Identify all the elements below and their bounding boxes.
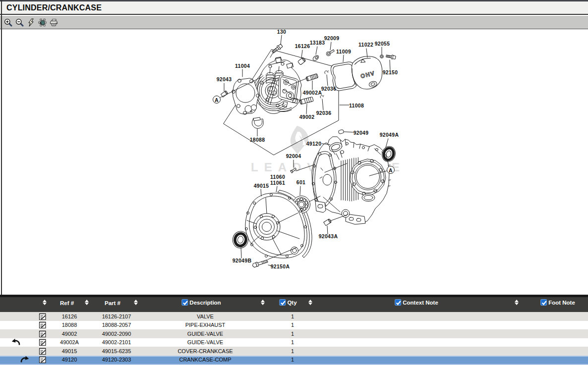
- part-label-11009[interactable]: 11009: [336, 49, 351, 54]
- column-checkbox[interactable]: [540, 299, 547, 306]
- part-label-11060[interactable]: 11060: [270, 174, 285, 180]
- part-head-gasket-11004: [232, 78, 260, 114]
- sort-toggle[interactable]: [515, 300, 519, 305]
- part-pipe-18088: [252, 117, 263, 128]
- column-header-part-[interactable]: Part #: [105, 300, 120, 306]
- sort-toggle[interactable]: [85, 300, 89, 305]
- zoom-out-icon: [15, 18, 24, 27]
- cell-ref: 49120: [62, 357, 77, 363]
- part-label-92150[interactable]: 92150: [383, 69, 398, 75]
- parts-table-body: 1612616126-2107VALVE1 1808818088-2057PIP…: [0, 312, 588, 364]
- page-title: CYLINDER/CRANKCASE: [0, 3, 102, 12]
- part-label-11061[interactable]: 11061: [270, 180, 285, 186]
- part-label-18088[interactable]: 18088: [250, 137, 265, 143]
- column-label: Context Note: [403, 300, 438, 306]
- cell-desc: COVER-CRANKCASE: [177, 348, 233, 354]
- part-circlip-92036-upper: [325, 71, 329, 74]
- column-header-qty[interactable]: Qty: [279, 299, 296, 306]
- table-row-49002[interactable]: 4900249002-2090GUIDE-VALVE1: [0, 329, 588, 338]
- part-pin-92043: [221, 91, 228, 97]
- undo-arrow-icon: [11, 338, 21, 347]
- part-circlip-92036-lower: [320, 96, 324, 98]
- cell-qty: 1: [291, 357, 294, 363]
- redo-marker[interactable]: [20, 356, 30, 364]
- table-row-49120[interactable]: 4912049120-2303CRANKCASE-COMP1: [0, 356, 588, 365]
- part-label-92055[interactable]: 92055: [375, 41, 390, 47]
- part-label-49002[interactable]: 49002: [299, 114, 315, 120]
- part-label-601[interactable]: 601: [296, 179, 305, 185]
- sort-toggle[interactable]: [308, 300, 312, 305]
- image-select-icon: [38, 18, 47, 27]
- row-note-icon[interactable]: [39, 330, 47, 338]
- note-icon: [39, 321, 47, 329]
- table-row-49002A[interactable]: 49002A49002-2101GUIDE-VALVE1: [0, 338, 588, 347]
- cell-qty: 1: [291, 313, 294, 319]
- sort-toggle[interactable]: [261, 300, 265, 305]
- column-checkbox[interactable]: [181, 299, 188, 306]
- zoom-in-icon: [4, 18, 12, 27]
- part-label-92049B[interactable]: 92049B: [233, 258, 252, 263]
- part-label-130[interactable]: 130: [277, 29, 286, 35]
- cell-qty: 1: [291, 322, 294, 328]
- image-select-button[interactable]: [38, 18, 47, 27]
- part-pin-92043a: [324, 218, 332, 225]
- table-row-18088[interactable]: 1808818088-2057PIPE-EXHAUST1: [0, 321, 588, 330]
- part-label-92036[interactable]: 92036: [321, 86, 337, 92]
- row-note-icon[interactable]: [39, 347, 47, 355]
- column-header-ref-[interactable]: Ref #: [60, 300, 74, 306]
- row-note-icon[interactable]: [39, 313, 47, 320]
- part-label-16126[interactable]: 16126: [295, 43, 310, 49]
- part-label-92150A[interactable]: 92150A: [271, 263, 290, 269]
- cell-ref: 49002A: [60, 339, 79, 345]
- part-retainer-13183: [312, 54, 319, 61]
- toolbar: [0, 16, 588, 29]
- part-label-92009[interactable]: 92009: [324, 35, 340, 41]
- column-label: Description: [189, 300, 221, 306]
- part-label-49015[interactable]: 49015: [254, 183, 269, 189]
- note-icon: [39, 313, 47, 320]
- column-checkbox[interactable]: [279, 299, 286, 306]
- column-label: Part #: [105, 300, 120, 306]
- sort-toggle[interactable]: [134, 300, 138, 305]
- part-label-92043[interactable]: 92043: [217, 76, 232, 82]
- part-label-49002A[interactable]: 49002A: [303, 90, 322, 96]
- column-label: Qty: [287, 300, 296, 306]
- cell-part: 18088-2057: [102, 322, 131, 328]
- sort-toggle[interactable]: [43, 300, 47, 305]
- part-label-92043A[interactable]: 92043A: [319, 233, 338, 239]
- cell-desc: VALVE: [197, 313, 214, 319]
- table-row-16126[interactable]: 1612616126-2107VALVE1: [0, 312, 588, 321]
- part-label-92049A[interactable]: 92049A: [380, 132, 399, 138]
- cell-part: 49002-2090: [102, 331, 131, 337]
- cell-part: 16126-2107: [102, 313, 131, 319]
- part-label-92049[interactable]: 92049: [353, 130, 369, 136]
- zoom-in-button[interactable]: [4, 18, 12, 27]
- zoom-out-button[interactable]: [15, 18, 24, 27]
- column-header-description[interactable]: Description: [181, 299, 221, 306]
- note-icon: [39, 338, 47, 346]
- column-header-foot-note[interactable]: Foot Note: [540, 299, 575, 306]
- column-header-context-note[interactable]: Context Note: [395, 299, 438, 306]
- print-button[interactable]: [50, 18, 58, 27]
- part-bolt-92150: [386, 54, 396, 60]
- part-label-49120[interactable]: 49120: [306, 141, 322, 147]
- part-label-11004[interactable]: 11004: [235, 63, 250, 69]
- title-bar: CYLINDER/CRANKCASE: [0, 1, 588, 15]
- part-label-13183[interactable]: 13183: [310, 40, 325, 46]
- column-checkbox[interactable]: [395, 299, 401, 306]
- part-label-11008[interactable]: 11008: [349, 103, 364, 108]
- part-label-11022[interactable]: 11022: [358, 42, 373, 48]
- cell-desc: CRANKCASE-COMP: [179, 357, 231, 363]
- undo-marker[interactable]: [11, 338, 21, 347]
- note-icon: [39, 347, 47, 355]
- parts-table-header: Ref #Part #DescriptionQtyContext NoteFoo…: [0, 295, 588, 312]
- row-note-icon[interactable]: [39, 321, 47, 329]
- refresh-button[interactable]: [27, 18, 35, 27]
- cell-qty: 1: [291, 331, 294, 337]
- part-label-92036[interactable]: 92036: [316, 110, 332, 116]
- row-note-icon[interactable]: [39, 338, 47, 346]
- table-row-49015[interactable]: 4901549015-6235COVER-CRANKCASE1: [0, 347, 588, 356]
- ref-marker-letter: A: [215, 97, 219, 103]
- row-note-icon[interactable]: [39, 356, 47, 364]
- part-label-92004[interactable]: 92004: [286, 153, 301, 159]
